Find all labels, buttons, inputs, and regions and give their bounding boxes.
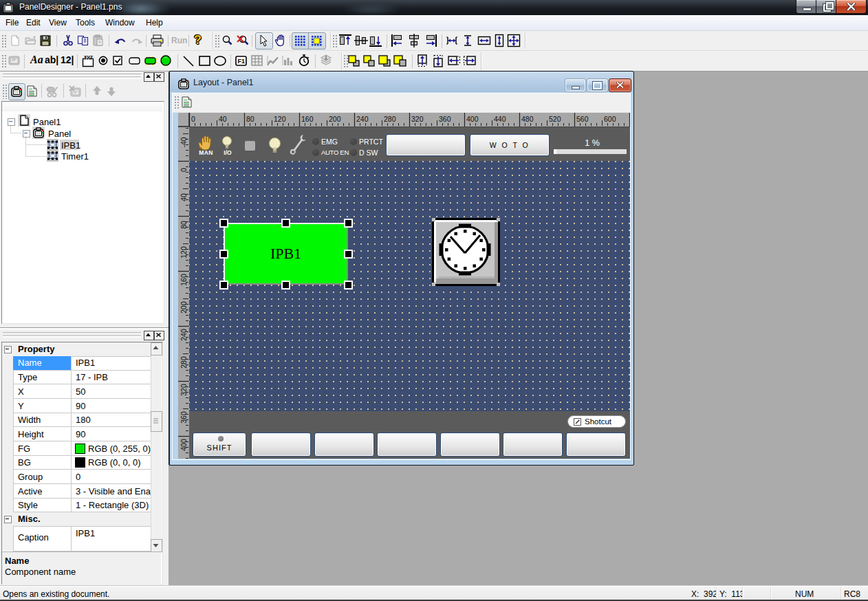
svg-text:F1: F1 (237, 58, 245, 65)
svg-text:400: 400 (466, 115, 479, 123)
svg-text:520: 520 (549, 115, 561, 123)
svg-text:240: 240 (356, 115, 369, 123)
svg-text:0: 0 (191, 115, 195, 123)
svg-text:120: 120 (274, 115, 286, 123)
svg-text:280: 280 (384, 115, 396, 123)
svg-text:160: 160 (301, 115, 314, 123)
svg-text:320: 320 (411, 115, 424, 123)
svg-text:200: 200 (329, 115, 341, 123)
svg-text:480: 480 (521, 115, 534, 123)
svg-text:40: 40 (219, 115, 227, 123)
svg-text:560: 560 (576, 115, 589, 123)
svg-text:80: 80 (246, 115, 254, 123)
svg-text:440: 440 (494, 115, 506, 123)
svg-text:600: 600 (604, 115, 616, 123)
svg-text:360: 360 (439, 115, 451, 123)
